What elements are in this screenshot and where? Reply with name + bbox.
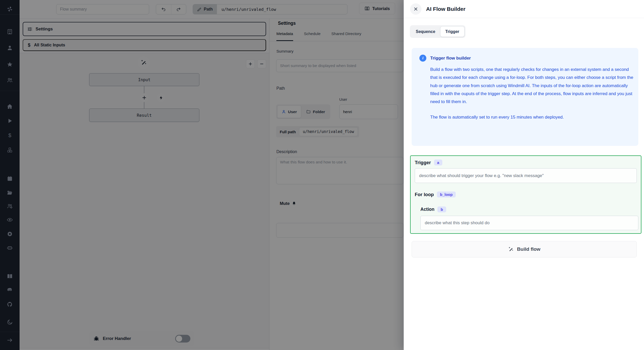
info-footer: The flow is automatically set to run eve… — [430, 113, 634, 121]
info-body: Build a flow with two scripts, one that … — [430, 65, 634, 106]
wand-icon — [508, 246, 514, 252]
trigger-info-box: i Trigger flow builder Build a flow with… — [412, 48, 638, 146]
forloop-step-badge: b_loop — [437, 191, 456, 197]
trigger-step-label: Trigger — [415, 160, 431, 165]
action-step-badge: b — [437, 206, 446, 212]
forloop-step-row: For loop b_loop — [415, 191, 456, 197]
ai-flow-builder-drawer: AI Flow Builder Sequence Trigger i Trigg… — [404, 0, 644, 350]
trigger-builder-box: Trigger a For loop b_loop Action b — [410, 155, 641, 234]
build-flow-label: Build flow — [517, 246, 540, 252]
windmill-flow-editor: $ — [0, 0, 644, 350]
trigger-description-input[interactable] — [415, 168, 637, 183]
build-flow-button[interactable]: Build flow — [412, 241, 637, 257]
info-header: i Trigger flow builder — [419, 55, 631, 62]
close-icon[interactable] — [410, 3, 421, 15]
drawer-backdrop[interactable] — [0, 0, 404, 350]
tab-sequence[interactable]: Sequence — [411, 26, 440, 37]
action-step-row: Action b — [420, 206, 446, 212]
builder-mode-tabs: Sequence Trigger — [410, 25, 465, 38]
trigger-step-row: Trigger a — [415, 160, 442, 165]
action-step-label: Action — [420, 207, 434, 212]
drawer-title: AI Flow Builder — [426, 0, 465, 18]
forloop-step-label: For loop — [415, 192, 434, 197]
tab-trigger[interactable]: Trigger — [440, 26, 464, 37]
info-title: Trigger flow builder — [430, 56, 471, 61]
trigger-step-badge: a — [434, 160, 442, 165]
drawer-header: AI Flow Builder — [404, 0, 644, 18]
action-description-input[interactable] — [420, 216, 638, 230]
info-icon: i — [419, 55, 426, 62]
